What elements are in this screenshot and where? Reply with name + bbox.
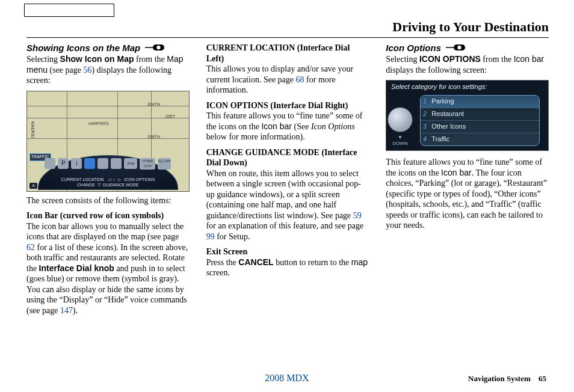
dock-label-guidance: GUIDANCE MODE: [103, 183, 139, 187]
column-2: CURRENT LOCATION (Interface Dial Left) T…: [206, 43, 369, 320]
subhead-icon-bar: Icon Bar (curved row of icon symbols): [26, 210, 190, 221]
page-title: Driving to Your Destination: [26, 19, 549, 38]
map-screenshot: 204TH 205T 209TH HARPERS MADRID TRAFFIC …: [26, 91, 190, 192]
subhead-icon-options: ICON OPTIONS (Interface Dial Right): [206, 100, 369, 111]
page-footer: 2008 MDX Navigation System 65: [0, 374, 574, 384]
dock-icon-restaurant: [84, 158, 95, 169]
col3-body: This feature allows you to “fine tune” s…: [386, 157, 549, 231]
list-item: 3Other Icons: [421, 121, 539, 133]
subhead-change-guidance: CHANGE GUIDANCE MODE (Interface Dial Dow…: [206, 147, 369, 168]
dial-icon: [387, 107, 413, 132]
dock-label-iconopt: ICON OPTIONS: [124, 177, 155, 182]
section-title-icon-options: Icon Options: [386, 43, 441, 54]
column-3: Icon Options Selecting ICON OPTIONS from…: [386, 43, 549, 320]
dock-icon: [45, 158, 55, 169]
icon-bar-dock: P i ATM OTHER ICON ALL OFF CURRENT LOCAT…: [38, 155, 178, 190]
top-blank-box: [24, 4, 114, 17]
col3-intro: Selecting ICON OPTIONS from the Icon bar…: [386, 54, 549, 75]
col1-intro: Selecting Show Icon on Map from the Map …: [26, 54, 190, 86]
page-ref-59[interactable]: 59: [353, 211, 362, 220]
col2-change-body: When on route, this item allows you to s…: [206, 168, 369, 242]
section-title-showing-icons: Showing Icons on the Map: [26, 43, 140, 54]
dock-icon-info: i: [71, 158, 82, 169]
page-ref-62[interactable]: 62: [26, 243, 35, 252]
dock-icon-parking: P: [58, 158, 69, 169]
col2-curloc-body: This allows you to display and/or save y…: [206, 64, 369, 96]
col2-iconopt-body: This feature allows you to “fine tune” s…: [206, 111, 369, 142]
dock-icon-other: OTHER ICON: [140, 158, 155, 170]
interface-dial-icon: [145, 43, 164, 55]
svg-point-2: [156, 45, 160, 49]
map-scale: A: [29, 183, 37, 189]
dock-icon-alloff: ALL OFF: [158, 158, 171, 170]
dock-icon-atm: ATM: [124, 158, 137, 169]
list-item: 2Restaurant: [421, 108, 539, 121]
page-ref-56[interactable]: 56: [84, 66, 92, 75]
subhead-exit-screen: Exit Screen: [206, 247, 369, 257]
dock-label-current: CURRENT LOCATION: [61, 177, 103, 182]
col1-iconbar-body: The icon bar allows you to manually sele…: [26, 221, 190, 316]
dock-icon: [97, 158, 108, 169]
col2-exit-body: Press the CANCEL button to return to the…: [206, 257, 369, 278]
iconopt-screen-title: Select category for icon settings:: [386, 81, 548, 95]
svg-point-5: [457, 45, 461, 49]
icon-options-screenshot: Select category for icon settings: ▼DOWN…: [386, 80, 549, 151]
col1-screen-consists: The screen consists of the following ite…: [26, 195, 190, 206]
down-label: ▼DOWN: [392, 135, 407, 147]
page-ref-68[interactable]: 68: [296, 75, 304, 84]
page-ref-99[interactable]: 99: [206, 232, 215, 241]
interface-dial-icon: [446, 43, 465, 55]
subhead-current-location: CURRENT LOCATION (Interface Dial Left): [206, 43, 369, 64]
iconopt-list: 1Parking 2Restaurant 3Other Icons 4Traff…: [420, 95, 540, 146]
list-item: 1Parking: [421, 96, 539, 108]
page-ref-147[interactable]: 147: [60, 306, 73, 315]
dock-label-change: CHANGE: [77, 183, 95, 187]
column-1: Showing Icons on the Map Selecting Show …: [26, 43, 190, 320]
footer-model-year: 2008 MDX: [0, 373, 574, 384]
dock-icon: [111, 158, 122, 169]
list-item: 4Traffic: [421, 133, 539, 145]
